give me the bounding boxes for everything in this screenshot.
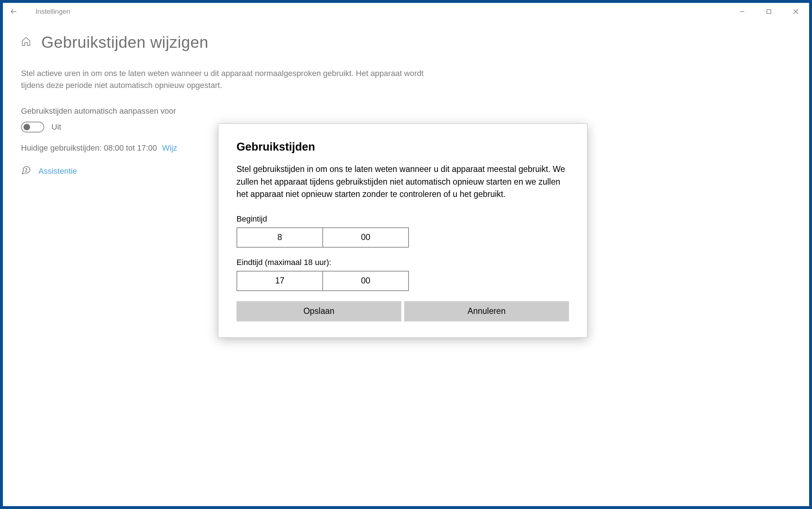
save-button[interactable]: Opslaan — [237, 301, 401, 321]
end-time-picker: 17 00 — [237, 271, 409, 291]
page-header: Gebruikstijden wijzigen — [21, 33, 791, 51]
current-hours-text: Huidige gebruikstijden: 08:00 tot 17:00 — [21, 143, 157, 153]
close-button[interactable] — [782, 3, 809, 20]
maximize-button[interactable] — [756, 3, 782, 20]
svg-point-4 — [26, 171, 26, 172]
titlebar: Instellingen — [3, 3, 809, 20]
back-button[interactable] — [3, 3, 25, 20]
end-time-label: Eindtijd (maximaal 18 uur): — [237, 258, 569, 267]
toggle-knob — [24, 124, 30, 130]
toggle-state-label: Uit — [51, 122, 61, 132]
help-icon — [21, 165, 31, 177]
cancel-button[interactable]: Annuleren — [404, 301, 569, 321]
page-description: Stel actieve uren in om ons te laten wet… — [21, 67, 427, 91]
settings-window: Instellingen Gebruikstijden wijzigen Ste… — [3, 3, 809, 506]
svg-rect-1 — [767, 10, 771, 14]
dialog-description: Stel gebruikstijden in om ons te laten w… — [237, 163, 569, 201]
home-icon[interactable] — [21, 36, 31, 49]
start-hour-input[interactable]: 8 — [237, 227, 323, 248]
active-hours-dialog: Gebruikstijden Stel gebruikstijden in om… — [218, 123, 587, 338]
start-time-picker: 8 00 — [237, 227, 409, 248]
app-title: Instellingen — [35, 8, 70, 16]
dialog-title: Gebruikstijden — [237, 140, 569, 153]
start-time-label: Begintijd — [237, 214, 569, 224]
end-minute-input[interactable]: 00 — [323, 271, 409, 291]
page-title: Gebruikstijden wijzigen — [41, 33, 209, 51]
minimize-button[interactable] — [729, 3, 756, 20]
dialog-button-row: Opslaan Annuleren — [237, 301, 569, 321]
auto-adjust-toggle[interactable] — [21, 122, 44, 132]
start-minute-input[interactable]: 00 — [323, 227, 409, 248]
auto-adjust-label: Gebruikstijden automatisch aanpassen voo… — [21, 106, 791, 116]
change-hours-link[interactable]: Wijz — [162, 143, 177, 153]
help-link[interactable]: Assistentie — [38, 167, 77, 176]
window-controls — [729, 3, 809, 20]
end-hour-input[interactable]: 17 — [237, 271, 323, 291]
